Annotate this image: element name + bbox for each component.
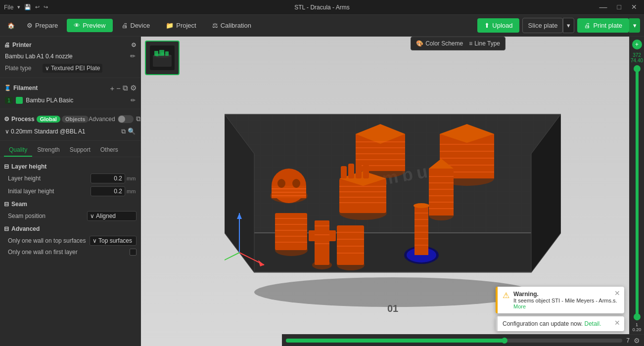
toast-more-link[interactable]: More [513,303,526,309]
printer-name: Bambu Lab A1 0.4 nozzle [5,53,73,60]
color-scheme-option[interactable]: 🎨 Color Scheme [416,40,463,47]
layer-height-icon: ⊟ [4,163,9,170]
tab-project[interactable]: 📁 Project [159,19,203,32]
svg-line-92 [225,253,239,262]
close-button[interactable]: ✕ [628,3,640,12]
print-button[interactable]: 🖨 Print plate [577,18,629,33]
preset-dropdown[interactable]: ∨ 0.20mm Standard @BBL A1 [5,128,118,135]
warning-icon: ⚠ [503,291,509,309]
toast-detail-link[interactable]: Detail. [584,320,601,327]
seam-position-dropdown[interactable]: ∨ Aligned [87,211,137,221]
process-copy-icon[interactable]: ⧉ [136,115,141,123]
svg-rect-73 [275,230,307,231]
tab-prepare[interactable]: ⚙ Prepare [20,19,65,32]
svg-rect-26 [356,141,405,142]
plate-type-dropdown[interactable]: ∨ Textured PEI Plate [43,64,102,73]
filament-settings-button[interactable]: ⚙ [130,84,137,92]
advanced-header[interactable]: ⊟ Advanced [4,225,137,232]
model-tower [429,159,454,220]
svg-rect-54 [429,182,454,183]
svg-rect-53 [429,176,454,177]
toast-close-icon[interactable]: ✕ [614,289,620,297]
settings-gear-icon[interactable]: ⚙ [634,337,640,345]
process-header: ⚙ Process Global Objects Advanced ⧉ ⚙ [0,112,140,126]
initial-layer-height-input[interactable] [91,186,125,196]
model-connector1 [275,213,308,256]
svg-rect-42 [339,186,386,187]
print-dropdown-button[interactable]: ▾ [629,18,640,33]
filament-add-button[interactable]: + [110,84,114,92]
svg-rect-84 [337,232,364,233]
slice-button[interactable]: Slice plate [522,18,563,33]
printer-name-row: Bambu Lab A1 0.4 nozzle ✏ [0,50,140,62]
redo-icon[interactable]: ↪ [44,4,48,10]
filament-name: Bambu PLA Basic [26,97,128,104]
save-icon[interactable]: 💾 [24,4,31,10]
one-wall-first-checkbox[interactable] [130,249,137,256]
line-type-option[interactable]: ≡ Line Type [469,40,500,47]
minimize-button[interactable]: — [597,3,610,12]
layer-slider-track[interactable] [636,65,639,320]
tab-preview[interactable]: 👁 Preview [67,19,112,32]
svg-rect-74 [275,236,307,237]
preset-search-icon[interactable]: 🔍 [128,128,136,135]
thumbnail-item[interactable] [145,41,180,75]
layer-slider-thumb-top[interactable] [634,65,641,72]
expand-button[interactable]: + [632,40,642,49]
thumbnail-image [150,45,175,70]
upload-icon: ⬆ [484,22,490,29]
printer-edit-icon[interactable]: ✏ [130,52,136,60]
toast-info: Configuration can update now. Detail. ✕ [496,316,624,331]
home-button[interactable]: 🏠 [4,19,18,33]
svg-rect-80 [315,234,329,235]
file-menu[interactable]: File [4,4,13,11]
color-scheme-panel: 🎨 Color Scheme ≡ Line Type [411,37,506,50]
line-type-icon: ≡ [469,40,472,47]
progress-thumb[interactable] [502,338,507,344]
tag-global[interactable]: Global [37,116,60,123]
preset-copy-icon[interactable]: ⧉ [121,128,126,135]
one-wall-first-label: Only one wall on first layer [8,249,127,256]
svg-point-22 [292,179,300,188]
seam-header[interactable]: ⊟ Seam [4,201,137,208]
filament-remove-button[interactable]: − [116,84,121,92]
maximize-button[interactable]: □ [614,3,624,12]
model-arm-piece [337,225,365,270]
svg-rect-19 [272,192,306,193]
slice-dropdown-button[interactable]: ▾ [563,18,574,33]
tab-support[interactable]: Support [65,144,95,157]
print-icon: 🖨 [584,22,591,29]
filament-color-swatch [16,97,23,104]
upload-button[interactable]: ⬆ Upload [477,18,519,33]
toast-info-close-icon[interactable]: ✕ [614,319,620,327]
tab-device[interactable]: 🖨 Device [115,19,157,32]
tab-strength[interactable]: Strength [32,144,64,157]
top-navigation: 🏠 ⚙ Prepare 👁 Preview 🖨 Device 📁 Project… [0,15,644,37]
svg-rect-83 [337,225,364,265]
filament-edit-icon[interactable]: ✏ [131,97,136,104]
layer-height-input[interactable] [91,173,125,183]
progress-bar[interactable] [286,339,622,343]
svg-rect-87 [337,253,364,254]
layer-bottom-value: 1 0.20 [633,322,642,332]
quality-settings: ⊟ Layer height Layer height mm Initial l… [0,157,140,263]
thumbnail-svg [150,46,174,70]
undo-icon[interactable]: ↩ [35,4,40,10]
nav-actions: ⬆ Upload Slice plate ▾ 🖨 Print plate ▾ [477,18,640,33]
preset-row: ∨ 0.20mm Standard @BBL A1 ⧉ 🔍 [0,126,140,137]
layer-slider-thumb-bottom[interactable] [634,313,641,320]
svg-point-21 [277,179,285,188]
tag-objects[interactable]: Objects [62,116,89,123]
advanced-toggle[interactable] [118,115,134,123]
filament-copy-button[interactable]: ⧉ [123,84,128,92]
tab-others[interactable]: Others [95,144,123,157]
printer-settings-icon[interactable]: ⚙ [131,42,137,48]
titlebar: File ▾ 💾 ↩ ↪ STL - Dracula - Arms — □ ✕ [0,0,644,15]
one-wall-top-dropdown[interactable]: ∨ Top surfaces [90,236,137,246]
thumbnail-panel [141,37,184,79]
tab-calibration[interactable]: ⚖ Calibration [205,19,258,32]
layer-height-header[interactable]: ⊟ Layer height [4,163,137,170]
layer-height-label: Layer height [8,175,91,182]
model-area: Bambu [225,85,561,322]
tab-quality[interactable]: Quality [4,144,32,157]
